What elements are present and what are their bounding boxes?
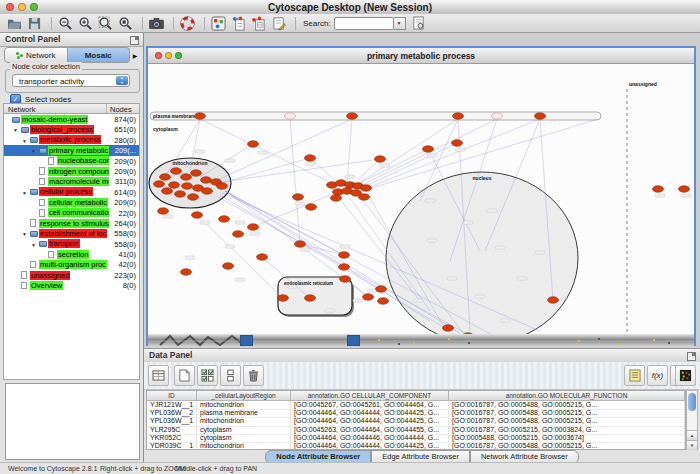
network-label[interactable]: macromolecule met (48, 177, 109, 186)
table-cell[interactable]: YJR121W__1 (147, 401, 197, 409)
network-node[interactable] (171, 168, 182, 175)
network-label[interactable]: nucleobase-contain (57, 156, 109, 165)
table-cell[interactable]: [GO:0044464, GO:0044444, GO:0044425, G..… (291, 442, 449, 450)
table-cell[interactable]: mitochondrion (197, 401, 291, 409)
network-node[interactable] (181, 174, 192, 181)
network-label[interactable]: cell communication (48, 208, 109, 217)
tree-item[interactable]: ▼transport558(0) (4, 239, 139, 249)
network-node[interactable] (443, 325, 454, 332)
table-cell[interactable]: YPL036W__2 (147, 409, 197, 417)
tree-item[interactable]: cell communication22(0) (4, 208, 139, 218)
tree-item[interactable]: response to stimulus264(0) (4, 218, 139, 228)
table-cell[interactable]: [GO:0045267, GO:0045261, GO:0044464, G..… (291, 401, 449, 409)
network-label[interactable]: biological_process (30, 125, 94, 134)
network-node[interactable] (169, 182, 180, 189)
zoom-fit-icon[interactable] (97, 15, 114, 31)
network-view-titlebar[interactable]: primary metabolic process (148, 48, 694, 64)
table-column-header[interactable]: ID (147, 391, 197, 401)
network-node[interactable] (278, 295, 289, 302)
save-session-icon[interactable] (26, 15, 43, 31)
search-dropdown-arrow[interactable]: ▼ (394, 17, 406, 30)
help-lifesaver-icon[interactable] (179, 15, 196, 31)
table-cell[interactable]: mitochondrion (197, 442, 291, 450)
network-node[interactable] (188, 194, 199, 201)
network-canvas[interactable]: plasma membranecytoplasmnucleusmitochond… (148, 64, 694, 334)
table-cell[interactable]: [GO:0005488, GO:0005215, GO:0003674] (449, 434, 685, 442)
tree-item[interactable]: ▼biological_process651(0) (4, 124, 139, 134)
network-view-window[interactable]: primary metabolic process plasma membran… (146, 46, 696, 346)
network-node[interactable] (158, 208, 169, 215)
table-cell[interactable]: [GO:0044464, GO:0044444, GO:0044425, G..… (291, 409, 449, 417)
snapshot-camera-icon[interactable] (148, 15, 165, 31)
scrollbar-thumb[interactable] (688, 393, 696, 411)
network-graph[interactable]: plasma membranecytoplasmnucleusmitochond… (148, 64, 694, 334)
network-node[interactable] (453, 113, 464, 120)
network-node[interactable] (340, 276, 351, 283)
notes-icon[interactable] (624, 365, 645, 386)
network-label[interactable]: cellular metabolic (48, 198, 108, 207)
zoom-in-icon[interactable] (77, 15, 94, 31)
network-node[interactable] (363, 294, 374, 301)
network-node[interactable] (223, 263, 234, 270)
tree-item[interactable]: secretion41(0) (4, 249, 139, 259)
table-column-header[interactable]: _cellularLayoutRegion (197, 391, 291, 401)
network-node[interactable] (339, 252, 350, 259)
network-label[interactable]: metabolic process (39, 135, 101, 144)
import-network-icon[interactable] (230, 15, 247, 31)
network-node[interactable] (202, 188, 213, 195)
table-cell[interactable]: [GO:0016787, GO:0005215, GO:0003824, G..… (449, 426, 685, 434)
network-node[interactable] (359, 194, 370, 201)
tree-item[interactable]: nitrogen compound209(0) (4, 166, 139, 176)
network-node[interactable] (175, 191, 186, 198)
network-node[interactable] (162, 188, 173, 195)
new-attribute-icon[interactable] (174, 365, 195, 386)
table-cell[interactable]: [GO:0044464, GO:0044444, GO:0044425, G..… (291, 417, 449, 425)
network-node[interactable] (248, 224, 259, 231)
network-node[interactable] (181, 269, 192, 276)
network-node[interactable] (191, 170, 202, 177)
network-label[interactable]: transport (48, 239, 80, 248)
network-node[interactable] (339, 264, 350, 271)
table-cell[interactable]: plasma membrane (197, 409, 291, 417)
tree-item[interactable]: mosaic-demo-yeast874(0) (4, 114, 139, 124)
annotation-icon[interactable] (270, 15, 287, 31)
table-cell[interactable]: cytoplasm (197, 426, 291, 434)
tree-item[interactable]: cellular metabolic209(0) (4, 197, 139, 207)
tree-item[interactable]: ▼metabolic process280(0) (4, 135, 139, 145)
table-cell[interactable]: [GO:0016787, GO:0005488, GO:0005215, G..… (449, 442, 685, 450)
network-node[interactable] (548, 297, 559, 304)
matrix-icon[interactable] (675, 365, 696, 386)
network-node[interactable] (347, 113, 358, 120)
scroll-up-button[interactable]: ▲ (687, 430, 697, 440)
network-node[interactable] (257, 254, 268, 261)
network-node[interactable] (192, 212, 203, 219)
formula-icon[interactable]: f(x) (647, 365, 668, 386)
table-cell[interactable]: cytoplasm (197, 434, 291, 442)
open-session-icon[interactable] (6, 15, 23, 31)
network-node[interactable] (452, 140, 463, 147)
network-column-header[interactable]: Network (8, 105, 36, 114)
network-node[interactable] (331, 195, 342, 202)
tree-item[interactable]: nucleobase-contain209(0) (4, 156, 139, 166)
node-color-dropdown[interactable]: transporter activity ▲▼ (12, 74, 130, 87)
network-node[interactable] (160, 174, 171, 181)
tree-item[interactable]: ▼cellular process614(0) (4, 187, 139, 197)
tree-item[interactable]: unassigned223(0) (4, 270, 139, 280)
table-column-header[interactable]: annotation.GO MOLECULAR_FUNCTION (449, 391, 685, 401)
network-node[interactable] (219, 216, 230, 223)
network-label[interactable]: multi-organism proc (39, 260, 107, 269)
network-label[interactable]: nitrogen compound (48, 167, 109, 176)
select-attributes-icon[interactable] (197, 365, 218, 386)
network-node[interactable] (293, 194, 304, 201)
table-column-header[interactable]: annotation.GO CELLULAR_COMPONENT (291, 391, 449, 401)
network-tree[interactable]: mosaic-demo-yeast874(0)▼biological_proce… (3, 114, 140, 380)
tab-network[interactable]: Network (4, 47, 68, 63)
network-node[interactable] (361, 185, 372, 192)
column-layout-icon[interactable] (148, 365, 169, 386)
table-cell[interactable]: [GO:0045263, GO:0044464, GO:0044455, G..… (291, 426, 449, 434)
network-node[interactable] (375, 156, 386, 163)
table-cell[interactable]: YLR295C (147, 426, 197, 434)
table-cell[interactable]: [GO:0016787, GO:0005488, GO:0005215, G..… (449, 417, 685, 425)
table-cell[interactable]: mitochondrion (197, 417, 291, 425)
tree-item[interactable]: multi-organism proc42(0) (4, 259, 139, 269)
